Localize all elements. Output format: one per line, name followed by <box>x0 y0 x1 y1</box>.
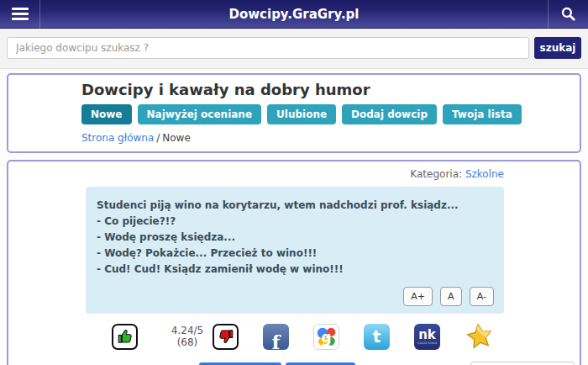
nav-dodaj-dowcip[interactable]: Dodaj dowcip <box>342 104 437 124</box>
category-row: Kategoria: Szkolne <box>8 168 580 180</box>
nav-nowe[interactable]: Nowe <box>81 104 132 124</box>
thumbs-up-icon <box>116 327 134 346</box>
nk-share-icon[interactable]: nk nasza klasa <box>414 324 440 350</box>
joke-line: - Cud! Cud! Ksiądz zamienił wodę w wino!… <box>97 262 494 278</box>
svg-text:g: g <box>321 328 331 345</box>
header-search-button[interactable] <box>548 0 588 29</box>
breadcrumb: Strona główna/Nowe <box>81 132 571 144</box>
breadcrumb-separator: / <box>156 132 160 144</box>
thumbs-up-button[interactable] <box>112 324 138 350</box>
fb-like-button[interactable]: Lubię to! 1 <box>199 362 281 365</box>
joke-line: Studenci piją wino na korytarzu, wtem na… <box>97 198 494 214</box>
twitter-share-icon[interactable]: t <box>364 324 390 350</box>
rating-value: 4.24/5 <box>171 325 203 336</box>
nav-twoja-lista[interactable]: Twoja lista <box>443 104 522 124</box>
joke-line: - Wodę proszę księdza... <box>97 230 494 246</box>
share-row: Lubię to! 1 Udostępnij Link bezpośredni: <box>199 362 580 365</box>
joke-line: - Co pijecie?!? <box>97 214 494 230</box>
google-share-icon[interactable]: g <box>313 324 339 350</box>
breadcrumb-home-link[interactable]: Strona główna <box>81 132 154 144</box>
header-bar: Dowcipy.GraGry.pl <box>0 0 588 29</box>
search-icon <box>560 6 576 22</box>
direct-link-input[interactable] <box>470 362 575 365</box>
facebook-share-icon[interactable]: f <box>263 324 289 350</box>
rating-display: 4.24/5 (68) <box>162 322 213 351</box>
nav-ulubione[interactable]: Ulubione <box>267 104 336 124</box>
thumbs-down-button[interactable] <box>213 324 239 350</box>
font-increase-button[interactable]: A+ <box>403 287 433 306</box>
hamburger-icon <box>12 8 29 10</box>
search-submit-button[interactable]: szukaj <box>534 37 581 59</box>
thumbs-down-icon <box>217 327 235 346</box>
title-card: Dowcipy i kawały na dobry humor Nowe Naj… <box>7 73 581 153</box>
font-reset-button[interactable]: A <box>440 287 462 306</box>
favorite-star-icon[interactable] <box>463 320 496 353</box>
joke-card-1: Kategoria: Szkolne Studenci piją wino na… <box>7 160 581 365</box>
menu-button[interactable] <box>0 0 40 29</box>
rating-share-row: 4.24/5 (68) f g <box>112 322 515 351</box>
site-title: Dowcipy.GraGry.pl <box>0 7 588 22</box>
fb-share-button[interactable]: Udostępnij <box>286 362 355 365</box>
category-link-szkolne[interactable]: Szkolne <box>465 168 504 180</box>
search-input[interactable] <box>7 37 529 59</box>
category-nav: Nowe Najwyżej oceniane Ulubione Dodaj do… <box>81 104 571 124</box>
font-decrease-button[interactable]: A- <box>470 287 494 306</box>
breadcrumb-current: Nowe <box>162 132 191 144</box>
category-label: Kategoria: <box>410 168 462 180</box>
page-title: Dowcipy i kawały na dobry humor <box>81 81 571 98</box>
joke-line: - Wodę? Pokażcie... Przecież to wino!!! <box>97 246 494 262</box>
font-size-controls: A+ A A- <box>97 287 494 306</box>
search-strip: szukaj <box>0 29 588 69</box>
joke-text-box: Studenci piją wino na korytarzu, wtem na… <box>86 187 504 314</box>
nav-najwyzej-oceniane[interactable]: Najwyżej oceniane <box>138 104 262 124</box>
votes-count: (68) <box>177 336 198 348</box>
